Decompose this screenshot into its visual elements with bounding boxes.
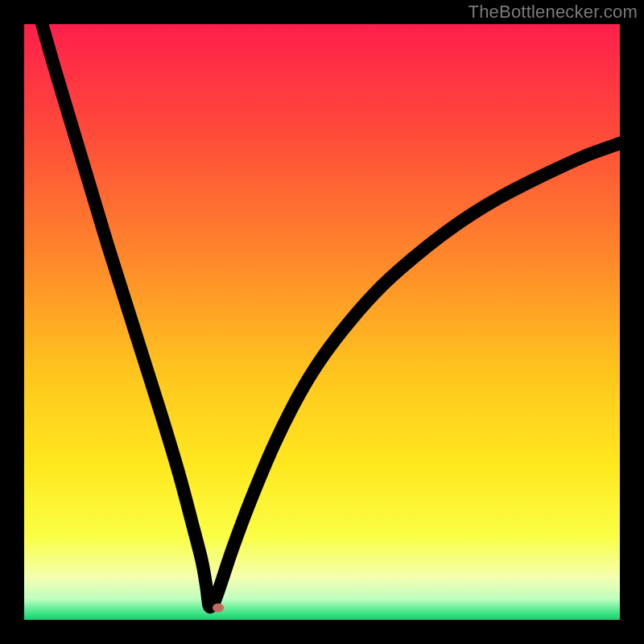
optimum-marker <box>213 604 224 613</box>
plot-area <box>24 24 620 620</box>
watermark-text: TheBottlenecker.com <box>469 2 638 23</box>
curve-path <box>42 24 620 607</box>
bottleneck-curve <box>24 24 620 620</box>
chart-frame: TheBottlenecker.com <box>0 0 644 644</box>
